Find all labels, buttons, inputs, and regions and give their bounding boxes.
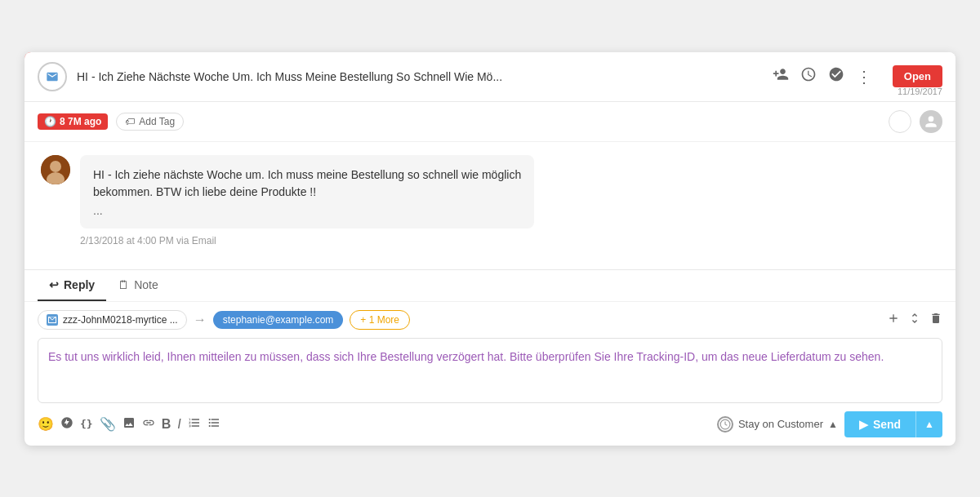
from-email-icon xyxy=(47,314,58,326)
conversation-panel: 1 HI - Ich Ziehe Nächste Woche Um. Ich M… xyxy=(24,52,956,446)
add-tag-label: Add Tag xyxy=(139,116,175,127)
tags-bar-right xyxy=(889,110,942,133)
chevron-up-icon: ▲ xyxy=(828,419,838,430)
sort-icon[interactable] xyxy=(908,312,921,328)
reply-header: zzz-JohnM0218-myrtice ... → stephanie@ex… xyxy=(38,310,942,330)
message-text-line1: HI - Ich ziehe nächste Woche um. Ich mus… xyxy=(93,166,521,184)
arrow-right-icon: → xyxy=(194,313,207,327)
attach-icon[interactable]: 📎 xyxy=(100,416,116,432)
compose-area[interactable]: Es tut uns wirklich leid, Ihnen mitteile… xyxy=(38,338,942,403)
tags-bar: 🕐 8 7M ago 🏷 Add Tag xyxy=(24,102,956,142)
reply-tab-label: Reply xyxy=(64,278,95,291)
emoji-icon[interactable]: 🙂 xyxy=(38,416,54,432)
assignee-avatar xyxy=(920,110,942,133)
message-ellipsis: ... xyxy=(93,204,521,217)
more-recipients-text: + 1 More xyxy=(360,314,399,326)
delete-icon[interactable] xyxy=(929,312,942,328)
conversation-header: HI - Ich Ziehe Nächste Woche Um. Ich Mus… xyxy=(24,52,956,102)
more-recipients-badge[interactable]: + 1 More xyxy=(350,310,410,330)
image-icon[interactable] xyxy=(122,416,136,433)
message-text-line2: bekommen. BTW ich liebe deine Produkte !… xyxy=(93,184,521,201)
to-address-text: stephanie@example.com xyxy=(223,314,334,326)
compose-toolbar: 🙂 {} 📎 B I xyxy=(38,411,942,437)
email-icon xyxy=(46,70,59,83)
assign-button[interactable] xyxy=(889,110,911,133)
message-bubble: HI - Ich ziehe nächste Woche um. Ich mus… xyxy=(41,155,939,246)
toolbar-icons: 🙂 {} 📎 B I xyxy=(38,416,220,433)
add-tag-button[interactable]: 🏷 Add Tag xyxy=(116,113,184,131)
tab-note[interactable]: 🗒 Note xyxy=(106,270,170,301)
send-arrow-icon: ▶ xyxy=(859,418,868,431)
snooze-icon[interactable] xyxy=(800,66,817,87)
italic-icon[interactable]: I xyxy=(177,417,180,432)
note-icon: 🗒 xyxy=(118,278,129,291)
header-actions: ⋮ Open xyxy=(773,65,942,87)
link-icon[interactable] xyxy=(142,416,155,433)
reply-form: zzz-JohnM0218-myrtice ... → stephanie@ex… xyxy=(24,301,956,446)
email-channel-icon xyxy=(38,62,67,91)
more-options-icon[interactable]: ⋮ xyxy=(856,67,873,87)
conversation-subject: HI - Ich Ziehe Nächste Woche Um. Ich Mus… xyxy=(77,70,760,83)
conversation-date: 11/19/2017 xyxy=(898,87,942,96)
to-address-badge[interactable]: stephanie@example.com xyxy=(213,311,344,329)
send-button[interactable]: ▶ Send xyxy=(844,411,915,437)
bold-icon[interactable]: B xyxy=(162,417,172,432)
toolbar-right: Stay on Customer ▲ ▶ Send ▲ xyxy=(717,411,942,437)
resolve-icon[interactable] xyxy=(828,66,844,87)
from-address-text: zzz-JohnM0218-myrtice ... xyxy=(63,314,178,326)
clock-reply-icon[interactable] xyxy=(60,416,74,433)
from-address-badge[interactable]: zzz-JohnM0218-myrtice ... xyxy=(38,310,187,330)
tag-icon: 🏷 xyxy=(125,116,135,127)
sender-avatar xyxy=(41,155,70,184)
send-group: ▶ Send ▲ xyxy=(844,411,942,437)
reply-tabs: ↩ Reply 🗒 Note xyxy=(24,269,956,301)
time-ago-badge: 🕐 8 7M ago xyxy=(38,113,108,130)
message-area: HI - Ich ziehe nächste Woche um. Ich mus… xyxy=(24,142,956,269)
stay-on-customer-label: Stay on Customer xyxy=(738,418,823,430)
message-content: HI - Ich ziehe nächste Woche um. Ich mus… xyxy=(80,155,534,246)
compose-text: Es tut uns wirklich leid, Ihnen mitteile… xyxy=(48,350,884,363)
ordered-list-icon[interactable] xyxy=(188,416,201,433)
code-icon[interactable]: {} xyxy=(80,418,93,430)
time-ago-text: 8 7M ago xyxy=(60,116,101,127)
svg-point-1 xyxy=(50,161,61,172)
tab-reply[interactable]: ↩ Reply xyxy=(38,270,106,301)
reply-header-right xyxy=(887,312,942,328)
unordered-list-icon[interactable] xyxy=(207,416,220,433)
message-meta: 2/13/2018 at 4:00 PM via Email xyxy=(80,235,534,246)
expand-icon[interactable] xyxy=(887,312,900,328)
send-label: Send xyxy=(873,418,901,431)
note-tab-label: Note xyxy=(134,278,158,291)
stay-on-customer-icon xyxy=(717,416,733,433)
stay-on-customer-control[interactable]: Stay on Customer ▲ xyxy=(717,416,838,433)
reply-arrow-icon: ↩ xyxy=(49,278,59,291)
open-button[interactable]: Open xyxy=(893,65,942,87)
send-dropdown-button[interactable]: ▲ xyxy=(915,411,942,437)
add-participant-icon[interactable] xyxy=(773,66,789,87)
clock-symbol: 🕐 xyxy=(44,116,56,127)
